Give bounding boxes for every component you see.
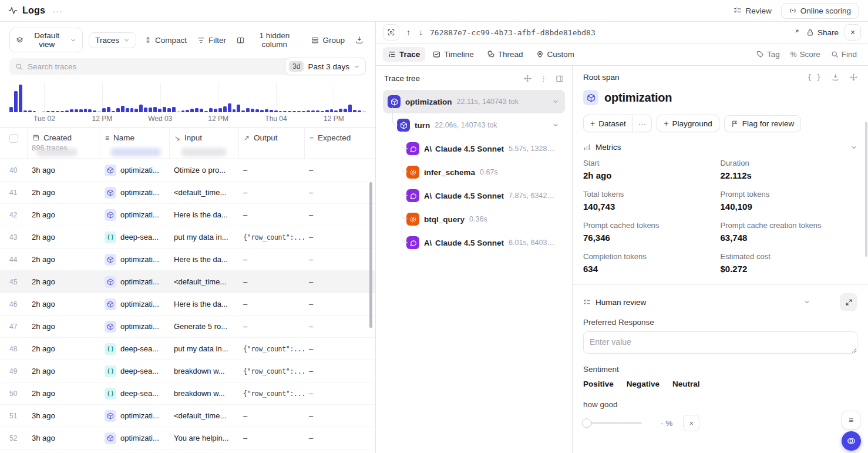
arrow-out-icon: ↗: [244, 134, 250, 142]
assistant-logo-button[interactable]: [842, 431, 861, 451]
table-row[interactable]: 43 2h ago () deep-sea... put my data in.…: [0, 226, 375, 249]
top-bar: Logs ··· Review Online scoring: [0, 0, 868, 22]
tree-item[interactable]: A\ Claude 4.5 Sonnet 5.57s, 13283 tok: [383, 137, 565, 160]
close-panel-button[interactable]: ×: [845, 24, 861, 41]
tree-item[interactable]: optimization 22.11s, 140743 tok: [383, 90, 565, 113]
add-to-dataset-button[interactable]: + Dataset: [583, 115, 633, 132]
sentiment-option-button[interactable]: Neutral: [672, 378, 700, 390]
score-button[interactable]: % Score: [786, 48, 825, 61]
histogram-bar: [70, 109, 73, 112]
cell-input: breakdown w...: [169, 389, 238, 398]
table-row[interactable]: 52 3h ago () optimizati... You are helpi…: [0, 427, 375, 449]
compact-toggle[interactable]: Compact: [142, 33, 189, 47]
table-row[interactable]: 51 3h ago () optimizati... <default_time…: [0, 405, 375, 427]
tree-menu-icon[interactable]: ⋮: [540, 74, 547, 83]
cell-output: –: [238, 411, 304, 420]
pin-icon: [536, 51, 544, 58]
table-row[interactable]: 45 2h ago () optimizati... <default_time…: [0, 271, 375, 293]
table-row[interactable]: 48 2h ago () deep-sea... put my data in.…: [0, 338, 375, 360]
trace-header: ↑ ↓ 762887e7-cc99-4b73-afbf-d8bde81ebd83…: [376, 22, 868, 43]
cell-output: –: [238, 166, 304, 175]
row-number: 50: [0, 390, 27, 398]
sentiment-option-button[interactable]: Positive: [583, 378, 614, 390]
traces-histogram[interactable]: Tue 0212 PMWed 0312 PMThu 0412 PM: [9, 83, 366, 123]
chevron-down-icon[interactable]: [552, 122, 559, 129]
chevron-down-icon[interactable]: [552, 98, 559, 105]
select-all-checkbox[interactable]: [9, 134, 18, 143]
move-icon[interactable]: [850, 73, 857, 81]
table-row[interactable]: 49 2h ago () deep-sea... breakdown w... …: [0, 360, 375, 382]
previous-trace-button[interactable]: ↑: [405, 26, 412, 38]
table-row[interactable]: 42 2h ago () optimizati... Here is the d…: [0, 204, 375, 226]
column-header-expected[interactable]: = Expected: [304, 128, 375, 159]
traces-selector[interactable]: Traces: [89, 32, 136, 48]
tab-trace[interactable]: Trace: [383, 47, 425, 62]
view-selector[interactable]: Default view: [9, 28, 83, 52]
hidden-column-button[interactable]: 1 hidden column: [234, 29, 303, 51]
tab-custom[interactable]: Custom: [531, 47, 580, 62]
tab-thread[interactable]: Thread: [482, 47, 529, 62]
cell-expected: –: [304, 300, 375, 308]
tree-item[interactable]: btql_query 0.36s: [383, 207, 565, 231]
tag-button[interactable]: Tag: [752, 48, 784, 61]
metric: Total tokens 140,743: [583, 190, 721, 212]
online-scoring-button[interactable]: Online scoring: [781, 3, 859, 19]
sentiment-option-button[interactable]: Negative: [627, 378, 660, 390]
share-button[interactable]: Share: [806, 28, 839, 37]
page-menu-button[interactable]: ···: [52, 6, 63, 16]
move-icon[interactable]: [524, 75, 531, 82]
field-menu-button[interactable]: ≡: [842, 411, 860, 429]
table-row[interactable]: 46 2h ago () optimizati... Here is the d…: [0, 293, 375, 316]
add-to-playground-button[interactable]: + Playground: [657, 115, 719, 132]
slider-knob[interactable]: [582, 418, 591, 428]
table-row[interactable]: 47 2h ago () optimizati... Generate 5 ro…: [0, 316, 375, 338]
tree-item[interactable]: A\ Claude 4.5 Sonnet 6.01s, 64034 tok: [383, 231, 565, 254]
cell-created: 2h ago: [27, 255, 100, 264]
metric: Completion tokens 634: [583, 252, 721, 274]
table-row[interactable]: 40 3h ago () optimizati... Otimize o pro…: [0, 159, 375, 182]
lock-icon: [806, 29, 814, 36]
dataset-more-button[interactable]: ···: [633, 115, 652, 132]
export-button[interactable]: [353, 33, 366, 46]
cell-output: –: [238, 210, 304, 219]
review-button[interactable]: Review: [729, 4, 776, 18]
column-header-output[interactable]: ↗ Output: [238, 128, 304, 159]
collapse-metrics-button[interactable]: [850, 144, 857, 151]
column-header-input[interactable]: ↘ Input: [169, 128, 238, 159]
x-tick-label: Thu 04: [265, 115, 287, 123]
how-good-slider[interactable]: [583, 422, 642, 424]
flag-for-review-button[interactable]: Flag for review: [724, 115, 802, 132]
tree-item[interactable]: infer_schema 0.67s: [383, 160, 565, 184]
tree-item[interactable]: turn 22.06s, 140743 tok: [383, 113, 565, 137]
next-trace-button[interactable]: ↓: [418, 26, 424, 38]
chevron-down-icon[interactable]: [803, 298, 810, 306]
filter-button[interactable]: Filter: [195, 33, 228, 47]
table-row[interactable]: 50 2h ago () deep-sea... breakdown w... …: [0, 382, 375, 405]
preferred-response-input[interactable]: [583, 331, 857, 354]
detail-scrollbar[interactable]: [865, 122, 867, 257]
focus-trace-button[interactable]: [383, 24, 399, 41]
group-button[interactable]: Group: [309, 33, 347, 47]
time-range-selector[interactable]: 3d Past 3 days: [285, 58, 366, 75]
tab-timeline[interactable]: Timeline: [428, 47, 479, 62]
row-number: 43: [0, 233, 27, 241]
plus-icon: +: [664, 119, 668, 128]
cell-name: () optimizati...: [100, 298, 169, 310]
download-span-button[interactable]: [832, 73, 839, 81]
row-number: 42: [0, 211, 27, 219]
clear-score-button[interactable]: ×: [683, 415, 699, 431]
column-header-name[interactable]: ≡ Name: [100, 128, 169, 159]
open-fullscreen-icon[interactable]: [790, 28, 800, 38]
table-row[interactable]: 44 2h ago () optimizati... Here is the d…: [0, 249, 375, 271]
span-title: optimization: [604, 91, 672, 105]
json-view-button[interactable]: { }: [808, 73, 821, 82]
find-button[interactable]: Find: [827, 48, 861, 61]
slider-value: - %: [661, 419, 672, 428]
panel-toggle-icon[interactable]: [556, 75, 564, 83]
tree-item[interactable]: A\ Claude 4.5 Sonnet 7.87s, 63426 tok: [383, 184, 565, 207]
span-icon: [406, 189, 419, 202]
table-row[interactable]: 41 2h ago () optimizati... <default_time…: [0, 182, 375, 204]
table-scrollbar[interactable]: [369, 182, 372, 328]
cell-expected: –: [304, 322, 375, 331]
expand-review-button[interactable]: [840, 293, 857, 311]
